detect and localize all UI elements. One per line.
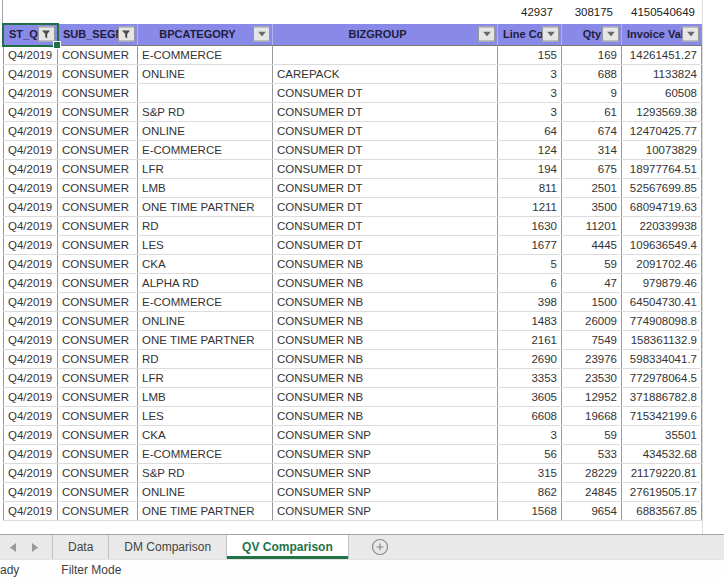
cell[interactable]: ONLINE (138, 311, 273, 330)
cell[interactable]: CONSUMER (58, 102, 138, 121)
cell[interactable]: CONSUMER (58, 159, 138, 178)
cell[interactable]: CONSUMER (58, 45, 138, 64)
cell[interactable]: CONSUMER DT (273, 102, 498, 121)
cell[interactable]: 52567699.85 (622, 178, 702, 197)
new-sheet-button[interactable] (371, 535, 389, 559)
cell[interactable]: 23530 (562, 368, 622, 387)
cell[interactable]: 59 (562, 425, 622, 444)
cell[interactable]: 18977764.51 (622, 159, 702, 178)
cell[interactable]: 6883567.85 (622, 501, 702, 520)
total-line-count-cell[interactable]: 42937 (497, 5, 557, 20)
cell[interactable]: 28229 (562, 463, 622, 482)
cell[interactable]: 715342199.6 (622, 406, 702, 425)
cell[interactable]: ONE TIME PARTNER (138, 197, 273, 216)
cell[interactable]: CONSUMER (58, 330, 138, 349)
cell[interactable]: CONSUMER NB (273, 406, 498, 425)
cell[interactable]: CONSUMER (58, 64, 138, 83)
cell[interactable]: CONSUMER NB (273, 311, 498, 330)
cell[interactable]: 7549 (562, 330, 622, 349)
cell[interactable]: Q4/2019 (4, 444, 58, 463)
cell[interactable]: 155 (498, 45, 562, 64)
cell[interactable]: CONSUMER DT (273, 159, 498, 178)
cell[interactable]: Q4/2019 (4, 140, 58, 159)
dropdown-button-qty[interactable] (602, 27, 619, 42)
cell[interactable]: Q4/2019 (4, 273, 58, 292)
cell[interactable]: CONSUMER (58, 406, 138, 425)
cell[interactable]: CONSUMER NB (273, 349, 498, 368)
cell[interactable]: 35501 (622, 425, 702, 444)
cell[interactable] (273, 45, 498, 64)
cell[interactable]: E-COMMERCE (138, 45, 273, 64)
cell[interactable]: 675 (562, 159, 622, 178)
cell[interactable]: 12470425.77 (622, 121, 702, 140)
cell[interactable]: 1568 (498, 501, 562, 520)
cell[interactable]: 27619505.17 (622, 482, 702, 501)
cell[interactable]: CONSUMER (58, 216, 138, 235)
dropdown-button-bpcategory[interactable] (253, 27, 270, 42)
cell[interactable] (138, 83, 273, 102)
tab-scroll-right-icon[interactable] (32, 543, 38, 552)
cell[interactable]: 64 (498, 121, 562, 140)
cell[interactable]: 1133824 (622, 64, 702, 83)
cell[interactable]: ONLINE (138, 64, 273, 83)
cell[interactable]: Q4/2019 (4, 235, 58, 254)
cell[interactable]: 772978064.5 (622, 368, 702, 387)
cell[interactable]: RD (138, 216, 273, 235)
cell[interactable]: 3 (498, 83, 562, 102)
cell[interactable]: 21179220.81 (622, 463, 702, 482)
total-invoice-value-cell[interactable]: 4150540649 (621, 5, 699, 20)
filter-button-st-q[interactable] (38, 27, 55, 42)
cell[interactable]: LFR (138, 368, 273, 387)
cell[interactable]: LFR (138, 159, 273, 178)
cell[interactable]: CONSUMER (58, 387, 138, 406)
cell[interactable]: Q4/2019 (4, 387, 58, 406)
column-header-bpcategory[interactable]: BPCATEGORY (138, 24, 273, 45)
cell[interactable]: 3605 (498, 387, 562, 406)
cell[interactable]: CONSUMER DT (273, 140, 498, 159)
cell[interactable]: 6608 (498, 406, 562, 425)
cell[interactable]: CONSUMER (58, 425, 138, 444)
column-header-bizgroup[interactable]: BIZGROUP (273, 24, 498, 45)
column-header-qty[interactable]: Qty (562, 24, 622, 45)
cell[interactable]: CONSUMER (58, 349, 138, 368)
cell[interactable]: CONSUMER NB (273, 273, 498, 292)
cell[interactable]: Q4/2019 (4, 501, 58, 520)
cell[interactable]: Q4/2019 (4, 330, 58, 349)
cell[interactable]: 2501 (562, 178, 622, 197)
cell[interactable]: CONSUMER NB (273, 368, 498, 387)
cell[interactable]: Q4/2019 (4, 463, 58, 482)
cell[interactable]: CONSUMER NB (273, 387, 498, 406)
filter-button-sub-segment[interactable] (118, 27, 135, 42)
cell[interactable]: E-COMMERCE (138, 444, 273, 463)
cell[interactable]: 1677 (498, 235, 562, 254)
cell[interactable]: 3500 (562, 197, 622, 216)
cell[interactable]: Q4/2019 (4, 406, 58, 425)
cell[interactable]: 1483 (498, 311, 562, 330)
cell[interactable]: Q4/2019 (4, 121, 58, 140)
cell[interactable]: 124 (498, 140, 562, 159)
cell[interactable]: 1211 (498, 197, 562, 216)
cell[interactable]: 61 (562, 102, 622, 121)
column-header-line-count[interactable]: Line Cou (498, 24, 562, 45)
cell[interactable]: 533 (562, 444, 622, 463)
cell[interactable]: 9 (562, 83, 622, 102)
cell[interactable]: 68094719.63 (622, 197, 702, 216)
cell[interactable]: 9654 (562, 501, 622, 520)
cell[interactable]: 315 (498, 463, 562, 482)
cell[interactable]: CONSUMER SNP (273, 463, 498, 482)
cell[interactable]: CONSUMER (58, 273, 138, 292)
cell[interactable]: 60508 (622, 83, 702, 102)
cell[interactable]: CONSUMER (58, 368, 138, 387)
cell[interactable]: CONSUMER (58, 444, 138, 463)
cell[interactable]: CONSUMER (58, 463, 138, 482)
cell[interactable]: 109636549.4 (622, 235, 702, 254)
cell[interactable]: 314 (562, 140, 622, 159)
cell[interactable]: ALPHA RD (138, 273, 273, 292)
cell[interactable]: CKA (138, 254, 273, 273)
cell[interactable]: 194 (498, 159, 562, 178)
cell[interactable]: 2161 (498, 330, 562, 349)
cell[interactable]: ONLINE (138, 482, 273, 501)
cell[interactable]: Q4/2019 (4, 216, 58, 235)
cell[interactable]: 19668 (562, 406, 622, 425)
column-header-invoice-value[interactable]: Invoice Valu (622, 24, 702, 45)
